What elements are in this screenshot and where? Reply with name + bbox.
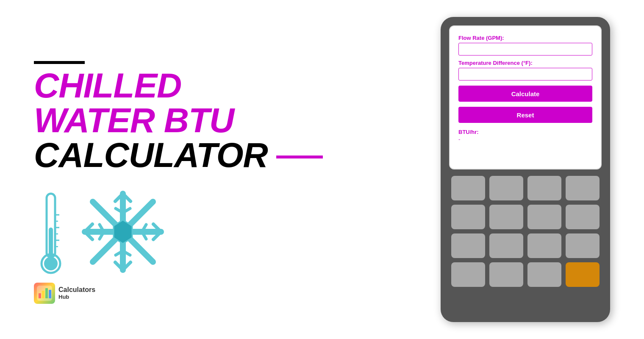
svg-rect-1: [49, 228, 53, 257]
title-line3: CALCULATOR: [34, 138, 441, 172]
svg-rect-32: [39, 293, 41, 298]
flow-rate-label: Flow Rate (GPM):: [458, 35, 592, 41]
logo-sub: Hub: [58, 294, 95, 300]
illustration: [34, 185, 441, 278]
title-bar-black: [34, 61, 85, 64]
logo-text: Calculators Hub: [58, 286, 95, 300]
svg-rect-33: [42, 291, 44, 298]
title-line1: CHILLED: [34, 68, 441, 103]
left-section: CHILLED WATER BTU CALCULATOR: [34, 61, 441, 278]
key-8[interactable]: [566, 205, 600, 229]
calculator-body: Flow Rate (GPM): Temperature Difference …: [441, 17, 610, 322]
key-15[interactable]: [527, 262, 561, 287]
key-10[interactable]: [489, 233, 523, 258]
svg-rect-35: [49, 290, 51, 298]
key-14[interactable]: [489, 262, 523, 287]
key-12[interactable]: [566, 233, 600, 258]
svg-point-3: [44, 257, 58, 270]
result-label: BTU/hr:: [458, 129, 592, 135]
keypad: [449, 176, 602, 287]
snowflake-icon: [80, 185, 165, 278]
logo-icon: [34, 283, 55, 304]
svg-rect-34: [45, 288, 48, 298]
flow-rate-input[interactable]: [458, 43, 592, 56]
logo-area: Calculators Hub: [34, 283, 95, 304]
key-6[interactable]: [489, 205, 523, 229]
temp-diff-input[interactable]: [458, 68, 592, 81]
key-9[interactable]: [451, 233, 485, 258]
key-7[interactable]: [527, 205, 561, 229]
title-line2: WATER BTU: [34, 103, 441, 138]
reset-button[interactable]: Reset: [458, 107, 592, 123]
thermometer-icon: [34, 185, 68, 278]
key-11[interactable]: [527, 233, 561, 258]
key-4[interactable]: [566, 176, 600, 200]
key-5[interactable]: [451, 205, 485, 229]
key-2[interactable]: [489, 176, 523, 200]
svg-marker-14: [114, 220, 132, 244]
key-1[interactable]: [451, 176, 485, 200]
key-3[interactable]: [527, 176, 561, 200]
key-13[interactable]: [451, 262, 485, 287]
key-16-orange[interactable]: [566, 262, 600, 287]
logo-name: Calculators: [58, 286, 95, 294]
calculate-button[interactable]: Calculate: [458, 86, 592, 102]
right-section: Flow Rate (GPM): Temperature Difference …: [441, 17, 610, 322]
title-bar-purple: [276, 156, 323, 158]
title-line3-text: CALCULATOR: [34, 138, 268, 172]
temp-diff-label: Temperature Difference (°F):: [458, 60, 592, 66]
calculator-screen: Flow Rate (GPM): Temperature Difference …: [449, 25, 602, 170]
result-value: -: [458, 136, 592, 142]
